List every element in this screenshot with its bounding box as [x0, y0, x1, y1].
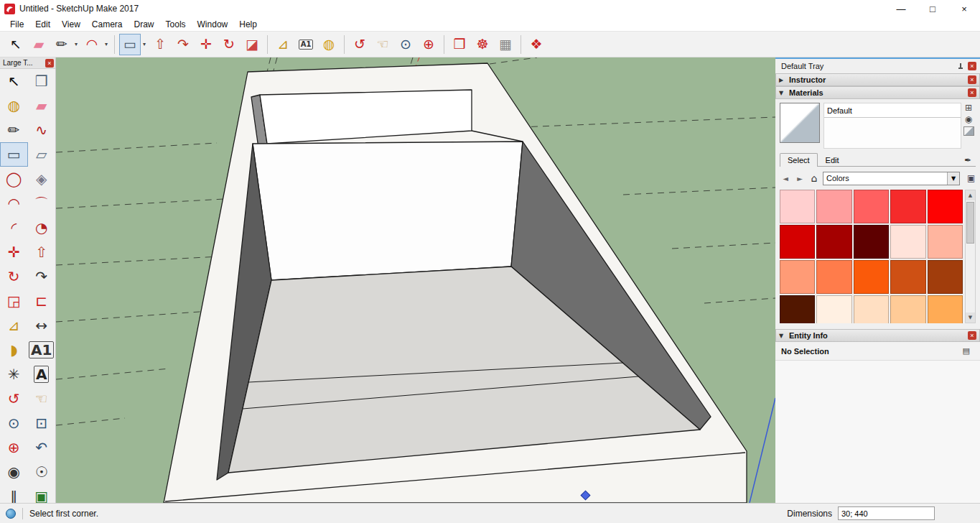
- 3d-viewport[interactable]: [56, 57, 775, 503]
- text-button[interactable]: A1: [295, 34, 317, 55]
- viewport-canvas[interactable]: [56, 57, 775, 503]
- paint-bucket-button[interactable]: ◍: [318, 34, 340, 55]
- section-plane-button[interactable]: ◪: [241, 34, 263, 55]
- eyedropper-icon[interactable]: ✒: [960, 154, 976, 166]
- position-camera-button[interactable]: ◉: [0, 460, 28, 484]
- divider-wall[interactable]: [253, 142, 523, 280]
- geolocation-icon[interactable]: [6, 509, 16, 519]
- tape-measure-button[interactable]: ⊿: [272, 34, 294, 55]
- materials-scrollbar[interactable]: ▲ ▼: [965, 190, 976, 323]
- zoom-button[interactable]: ⊙: [395, 34, 416, 55]
- menu-view[interactable]: View: [56, 18, 86, 31]
- move-button[interactable]: ✛: [0, 240, 28, 264]
- zoom-button[interactable]: ⊙: [0, 411, 28, 435]
- scroll-down-icon[interactable]: ▼: [966, 313, 975, 323]
- help-button[interactable]: ❖: [526, 34, 547, 55]
- instructor-close-button[interactable]: ×: [968, 75, 976, 84]
- color-swatch-r2c1[interactable]: [780, 225, 815, 259]
- zoom-previous-button[interactable]: ↶: [28, 435, 56, 460]
- chevron-right-icon[interactable]: ▶: [779, 77, 786, 83]
- zoom-window-button[interactable]: ⊡: [28, 411, 56, 435]
- pie-button[interactable]: ◔: [28, 216, 56, 240]
- color-swatch-r3c2[interactable]: [816, 260, 851, 294]
- menu-camera[interactable]: Camera: [86, 18, 129, 31]
- tray-close-button[interactable]: ×: [968, 62, 976, 70]
- rotated-rectangle-button[interactable]: ▱: [28, 142, 56, 167]
- line-button[interactable]: ✏: [0, 118, 28, 142]
- dimensions-button[interactable]: ↔: [28, 313, 56, 338]
- color-swatch-r1c2[interactable]: [816, 190, 851, 223]
- material-preview[interactable]: [780, 103, 820, 143]
- color-swatch-r4c4[interactable]: [890, 295, 925, 323]
- dropdown-arrow-icon[interactable]: ▼: [947, 172, 959, 185]
- pan-button[interactable]: ☜: [28, 387, 56, 411]
- menu-draw[interactable]: Draw: [129, 18, 160, 31]
- color-swatch-r3c4[interactable]: [890, 260, 925, 294]
- menu-window[interactable]: Window: [192, 18, 234, 31]
- pan-button[interactable]: ☜: [372, 34, 393, 55]
- material-name-field[interactable]: [824, 103, 961, 118]
- home-icon[interactable]: ⌂: [808, 172, 820, 184]
- entity-info-panel-bar[interactable]: ▼ Entity Info ×: [775, 329, 980, 342]
- tab-edit[interactable]: Edit: [818, 153, 847, 167]
- chevron-down-icon[interactable]: ▼: [779, 90, 786, 96]
- color-swatch-r3c3[interactable]: [854, 260, 889, 294]
- color-swatch-r2c2[interactable]: [816, 225, 851, 259]
- large-tool-set-header[interactable]: Large T... ×: [0, 57, 55, 69]
- scroll-up-icon[interactable]: ▲: [966, 190, 975, 200]
- default-material-swatch[interactable]: [963, 126, 974, 136]
- color-swatch-r2c3[interactable]: [854, 225, 889, 259]
- look-around-button[interactable]: ☉: [28, 460, 56, 484]
- tape-measure-button[interactable]: ⊿: [0, 313, 28, 338]
- orbit-button[interactable]: ↺: [349, 34, 370, 55]
- make-component-button[interactable]: ❒: [28, 69, 56, 93]
- color-swatch-r1c3[interactable]: [854, 190, 889, 223]
- layout-button[interactable]: ▦: [495, 34, 516, 55]
- entity-details-toggle[interactable]: ▤: [958, 346, 974, 356]
- maximize-button[interactable]: □: [917, 0, 948, 17]
- rotate-button[interactable]: ↻: [0, 264, 28, 289]
- three-point-arc-button[interactable]: ◜: [0, 216, 28, 240]
- close-button[interactable]: ×: [948, 0, 980, 17]
- scale-button[interactable]: ◲: [0, 289, 28, 313]
- forward-arrow-icon[interactable]: ►: [794, 172, 806, 184]
- scrollbar-thumb[interactable]: [966, 202, 974, 244]
- sample-paint-button[interactable]: ◉: [965, 115, 972, 124]
- push-pull-button[interactable]: ⇧: [149, 34, 171, 55]
- pin-icon[interactable]: [957, 63, 964, 70]
- color-swatch-r2c4[interactable]: [890, 225, 925, 259]
- component-button[interactable]: ❒: [449, 34, 470, 55]
- line-dropdown-caret[interactable]: ▾: [73, 41, 80, 47]
- protractor-button[interactable]: ◗: [0, 338, 28, 362]
- large-tool-set-close-button[interactable]: ×: [45, 59, 54, 68]
- arc-dropdown-caret[interactable]: ▾: [103, 41, 110, 47]
- create-material-button[interactable]: ⊞: [965, 103, 972, 112]
- follow-me-button[interactable]: ↷: [28, 264, 56, 289]
- arc-button[interactable]: ◠: [0, 191, 28, 216]
- menu-help[interactable]: Help: [233, 18, 263, 31]
- materials-panel-bar[interactable]: ▼ Materials ×: [775, 86, 980, 99]
- secondary-pane-icon[interactable]: ▣: [963, 172, 976, 184]
- walk-button[interactable]: ‖: [0, 484, 28, 503]
- offset-button[interactable]: ⊏: [28, 289, 56, 313]
- entity-info-close-button[interactable]: ×: [968, 331, 976, 340]
- select-button[interactable]: ↖: [0, 69, 28, 93]
- minimize-button[interactable]: —: [885, 0, 917, 17]
- color-swatch-r1c4[interactable]: [890, 190, 925, 223]
- menu-edit[interactable]: Edit: [29, 18, 56, 31]
- back-arrow-icon[interactable]: ◄: [780, 172, 791, 184]
- tab-select[interactable]: Select: [780, 153, 818, 167]
- text-button[interactable]: A1: [28, 338, 56, 362]
- push-pull-button[interactable]: ⇧: [28, 240, 56, 264]
- two-point-arc-button[interactable]: ⌒: [28, 191, 56, 216]
- instructor-panel-bar[interactable]: ▶ Instructor ×: [775, 73, 980, 86]
- arc-button[interactable]: ◠: [81, 34, 103, 55]
- color-swatch-r4c1[interactable]: [780, 295, 815, 323]
- line-button[interactable]: ✏: [51, 34, 73, 55]
- zoom-extents-button[interactable]: ⊕: [418, 34, 439, 55]
- section-plane-lt-button[interactable]: ▣: [28, 484, 56, 503]
- color-swatch-r1c1[interactable]: [780, 190, 815, 223]
- circle-button[interactable]: ◯: [0, 167, 28, 191]
- select-button[interactable]: ↖: [5, 34, 27, 55]
- paint-bucket-button[interactable]: ◍: [0, 93, 28, 118]
